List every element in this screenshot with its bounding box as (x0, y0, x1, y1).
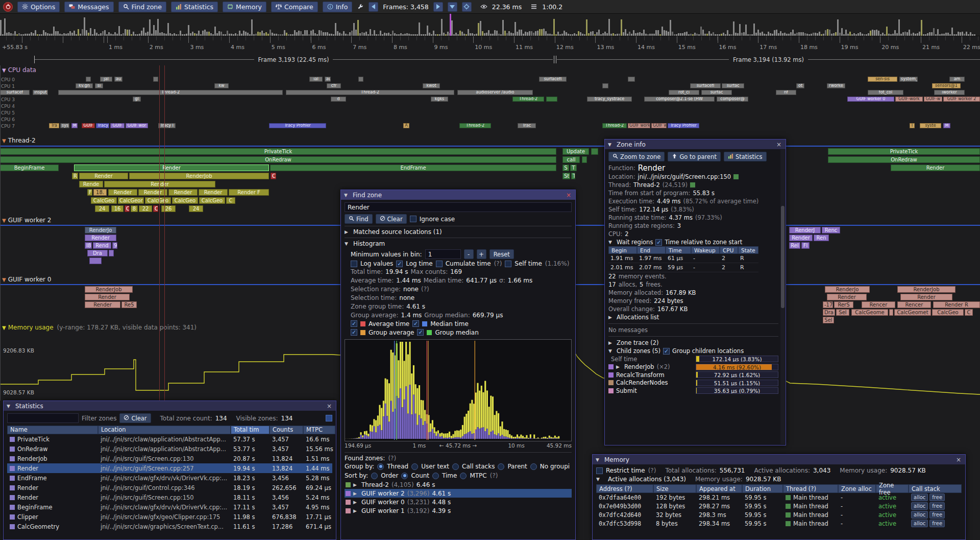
timeline-zone[interactable]: Render (85, 294, 130, 300)
group-children-checkbox[interactable]: ✓ (663, 348, 670, 355)
expand-icon[interactable]: ▶ (353, 482, 359, 487)
collapse-icon[interactable]: ▼ (2, 67, 6, 73)
scrollbar[interactable] (780, 150, 785, 444)
alloc-stack-button[interactable]: alloc (911, 494, 928, 501)
timeline-zone[interactable]: RerS (834, 301, 853, 308)
timeline-zone[interactable]: call (562, 156, 580, 163)
timeline-zone[interactable]: S (562, 165, 569, 171)
zone-group-row[interactable]: ▶GUIF worker 1(3,192)4.39 s (345, 506, 572, 515)
free-stack-button[interactable]: free (929, 520, 945, 527)
timeline-zone[interactable]: kgks (431, 97, 448, 102)
timeline-zone[interactable]: Fl (801, 242, 810, 249)
sort-by-radio-count[interactable] (401, 473, 408, 479)
child-zone-row[interactable]: Submit35.63 µs (0.79%) (608, 387, 778, 395)
timeline-zone[interactable]: 8 (131, 205, 138, 212)
collapse-icon[interactable]: ▼ (7, 404, 12, 409)
expand-icon[interactable]: ▶ (353, 508, 359, 513)
timeline-zone[interactable] (602, 83, 608, 88)
timeline-zone[interactable]: PrivateTick (828, 148, 980, 155)
memory-column-appeared-at[interactable]: Appeared at (696, 484, 742, 493)
timeline-zone[interactable]: Rencer (862, 301, 895, 308)
allocation-row[interactable]: 0x7dfc53d9988 bytes298.34 ms59.95 sMain … (596, 519, 962, 528)
timeline-zone[interactable] (89, 257, 102, 264)
option-checkbox-self-time[interactable] (505, 261, 511, 267)
timeline-zone[interactable]: 24 (95, 205, 109, 212)
timeline-zone[interactable]: surfacef (0, 90, 30, 95)
timeline-zone[interactable] (582, 156, 587, 163)
timeline-zone[interactable]: Rel (789, 242, 800, 249)
wait-column-time[interactable]: Time (666, 246, 691, 254)
legend-checkbox[interactable]: ✓ (412, 320, 419, 327)
timeline-zone[interactable]: Tracy Profiler (668, 123, 699, 128)
group-by-radio-parent[interactable] (498, 463, 504, 470)
timeline-zone[interactable]: Thread-2 (512, 97, 544, 102)
alloc-stack-button[interactable]: alloc (911, 520, 928, 527)
collapse-icon[interactable]: ▼ (596, 457, 601, 462)
timeline-zone[interactable]: surfac (722, 83, 744, 88)
timeline-zone[interactable]: 16 (111, 205, 124, 212)
zone-button-go-to-parent[interactable]: Go to parent (668, 152, 721, 161)
memory-column-duration[interactable]: Duration (742, 484, 783, 493)
expand-icon[interactable]: ▶ (353, 491, 359, 496)
filter-input[interactable] (7, 413, 79, 423)
alloc-stack-button[interactable]: alloc (911, 502, 928, 510)
table-row[interactable]: Renderjni/../jni/src/guif/Control.cpp:34… (7, 483, 332, 492)
timeline-zone[interactable]: Thread-2 (58, 90, 283, 95)
timeline-zone[interactable]: Renc (822, 227, 840, 233)
timeline-zone[interactable]: surfacefl (539, 77, 567, 82)
collapse-icon[interactable]: ▼ (2, 277, 6, 283)
allocation-row[interactable]: 0x7e049b3d00128 bytes298.27 ms59.95 sMai… (596, 502, 962, 510)
column-header-name[interactable]: Name (7, 426, 98, 434)
timeline-zone[interactable]: I8 (85, 242, 92, 249)
collapse-icon[interactable]: ▼ (596, 477, 602, 482)
zone-trace-toggle[interactable]: ▶Zone trace (2) (608, 339, 778, 347)
thread-header-1[interactable]: ▼GUIF worker 2 (2, 217, 51, 224)
free-stack-button[interactable]: free (929, 494, 945, 501)
timeline-zone[interactable]: nf (776, 90, 796, 95)
allocation-row[interactable]: 0x7dfc42d64032 bytes298.3 ms59.95 sMain … (596, 510, 962, 519)
zone-button-zoom-to-zone[interactable]: Zoom to zone (608, 152, 665, 161)
timeline-zone[interactable]: Render (138, 189, 167, 196)
timeline-zone[interactable]: C (226, 197, 235, 204)
decrease-button[interactable]: - (464, 249, 474, 259)
timeline-zone[interactable]: Dra (87, 250, 108, 256)
zone-group-row[interactable]: ▶Thread-2(4,105)6.46 s (345, 480, 572, 489)
option-checkbox-log-values[interactable] (351, 261, 357, 267)
column-header-counts[interactable]: Counts (270, 426, 303, 434)
timeline-zone[interactable]: RenderJo (825, 286, 870, 293)
timeline-zone[interactable]: gl (133, 97, 141, 102)
timeline-zone[interactable]: au (114, 77, 122, 82)
legend-checkbox[interactable]: ✓ (417, 329, 424, 336)
timeline-zone[interactable]: GUIF (82, 123, 95, 128)
timeline-zone[interactable]: rworke (827, 83, 845, 88)
timeline-zone[interactable]: Render (85, 301, 120, 308)
timeline-zone[interactable]: Sel (836, 309, 849, 316)
timeline-zone[interactable]: si (95, 83, 103, 88)
collapse-icon[interactable]: ▼ (608, 348, 614, 354)
timeline-zone[interactable]: Tracy (96, 123, 109, 128)
timeline-zone[interactable]: GUIF worker 0 (847, 97, 894, 102)
group-by-radio-thread[interactable] (377, 463, 384, 470)
column-header-total-tim[interactable]: Total tim (231, 426, 270, 434)
table-row[interactable]: Renderjni/../jni/src/guif/Screen.cpp:257… (7, 463, 332, 473)
statistics-titlebar[interactable]: ▼ Statistics × (4, 401, 336, 411)
thread-header-2[interactable]: ▼GUIF worker 0 (2, 276, 51, 283)
table-row[interactable]: Renderjni/../jni/src/guif/Screen.cpp:150… (7, 492, 332, 502)
timeline-zone[interactable]: Render F (229, 189, 269, 196)
timeline-zone[interactable]: C (271, 173, 276, 179)
memory-column-zone-free[interactable]: Zone free (876, 484, 909, 493)
timeline-zone[interactable]: CalcGeomet (894, 309, 931, 316)
timeline-zone[interactable]: Ren (814, 234, 829, 241)
zone-info-titlebar[interactable]: ▼ Zone info × (605, 139, 786, 149)
wait-column-end[interactable]: End (637, 246, 666, 254)
timeline-zone[interactable]: Rencer (897, 301, 931, 308)
min-bin-input[interactable]: 1 (425, 249, 461, 259)
timeline-zone[interactable]: Render (891, 165, 980, 171)
timeline-zone[interactable]: Render (168, 189, 198, 196)
memory-usage-header[interactable]: ▼Memory usage(y-range: 178.27 KB, visibl… (2, 324, 197, 331)
timeline-zone[interactable]: CalcGeo (172, 197, 198, 204)
timeline-zone[interactable]: surfac (701, 90, 732, 95)
timeline-zone[interactable]: Update (562, 148, 589, 155)
option-checkbox-cumulate-time[interactable] (436, 261, 443, 267)
timeline-zone[interactable] (591, 148, 598, 155)
